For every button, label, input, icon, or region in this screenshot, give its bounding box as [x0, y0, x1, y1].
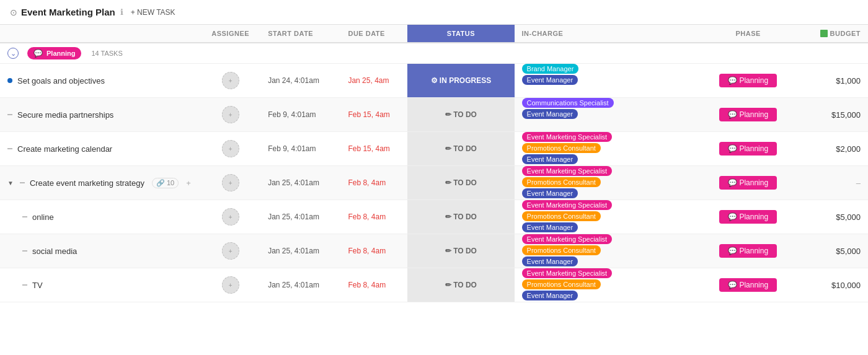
col-header-budget: BUDGET [808, 25, 868, 43]
task-dash [20, 182, 25, 183]
incharge-cell: Event Marketing SpecialistPromotions Con… [515, 132, 688, 165]
table-row: social media+Jan 25, 4:01amFeb 8, 4am✏ T… [0, 234, 868, 268]
status-cell[interactable]: ✏ TO DO [407, 200, 514, 234]
task-count: 14 TASKS [91, 50, 122, 57]
collapse-icon[interactable]: ⊙ [10, 7, 17, 17]
avatar[interactable]: + [222, 106, 239, 123]
avatar[interactable]: + [222, 174, 239, 191]
status-cell[interactable]: ✏ TO DO [407, 268, 514, 302]
status-cell[interactable]: ✏ TO DO [407, 234, 514, 268]
incharge-tag: Event Manager [522, 154, 578, 164]
incharge-cell: Event Marketing SpecialistPromotions Con… [515, 200, 688, 234]
task-name-label: social media [32, 247, 77, 256]
phase-badge: 💬 Planning [719, 244, 777, 258]
table-row: online+Jan 25, 4:01amFeb 8, 4am✏ TO DOEv… [0, 200, 868, 234]
status-cell[interactable]: ✏ TO DO [407, 166, 514, 200]
status-cell[interactable]: ⚙ IN PROGRESS [407, 64, 514, 98]
phase-cell: 💬 Planning [688, 98, 808, 132]
incharge-cell: Communications SpecialistEvent Manager [515, 98, 688, 131]
incharge-tag: Promotions Consultant [522, 143, 601, 153]
task-name-label: Create event marketing strategy [30, 178, 144, 188]
phase-cell: 💬 Planning [688, 234, 808, 268]
start-date-cell: Jan 25, 4:01am [260, 166, 340, 200]
task-name-label: Secure media partnerships [17, 110, 113, 120]
budget-cell: $1,000 [808, 64, 868, 98]
incharge-tag: Event Marketing Specialist [522, 200, 613, 210]
task-dash [22, 216, 27, 217]
col-header-due: DUE DATE [340, 25, 407, 43]
due-date-cell: Feb 15, 4am [340, 98, 407, 132]
assignee-cell: + [200, 132, 260, 166]
incharge-cell: Event Marketing SpecialistPromotions Con… [515, 166, 688, 199]
budget-cell: $5,000 [808, 200, 868, 234]
phase-cell: 💬 Planning [688, 268, 808, 302]
phase-cell: 💬 Planning [688, 64, 808, 98]
task-name-cell-row2: Secure media partnerships [0, 98, 200, 132]
phase-badge: 💬 Planning [719, 176, 777, 190]
incharge-tag: Communications Specialist [522, 98, 614, 108]
status-badge-todo: ✏ TO DO [439, 278, 483, 292]
col-header-task [0, 25, 200, 43]
task-name-label: TV [32, 281, 43, 290]
task-dash [7, 148, 12, 149]
budget-icon [820, 30, 828, 37]
col-header-incharge: IN-CHARGE [515, 25, 688, 43]
due-date-cell: Feb 8, 4am [340, 234, 407, 268]
table-row: ▼Create event marketing strategy🔗 10++Ja… [0, 166, 868, 200]
incharge-tag: Event Marketing Specialist [522, 132, 613, 142]
col-header-phase: PHASE [688, 25, 808, 43]
status-badge-todo: ✏ TO DO [439, 244, 483, 258]
section-collapse-icon[interactable]: ⌄ [7, 48, 19, 59]
assignee-cell: + [200, 268, 260, 302]
info-icon[interactable]: ℹ [120, 7, 123, 17]
status-cell[interactable]: ✏ TO DO [407, 132, 514, 166]
section-header-row: ⌄ 💬 Planning 14 TASKS [0, 43, 868, 64]
incharge-tag: Event Manager [522, 188, 578, 198]
incharge-tag: Promotions Consultant [522, 177, 601, 187]
phase-badge: 💬 Planning [719, 210, 777, 224]
due-date-cell: Feb 8, 4am [340, 268, 407, 302]
task-name-cell-row3: Create marketing calendar [0, 132, 200, 166]
task-name-cell-row4: ▼Create event marketing strategy🔗 10+ [0, 166, 200, 200]
due-date-cell: Jan 25, 4am [340, 64, 407, 98]
start-date-cell: Jan 24, 4:01am [260, 64, 340, 98]
status-badge-todo: ✏ TO DO [439, 210, 483, 224]
expand-icon[interactable]: ▼ [7, 180, 14, 186]
phase-badge: 💬 Planning [719, 108, 777, 121]
avatar[interactable]: + [222, 208, 239, 226]
start-date-cell: Feb 9, 4:01am [260, 98, 340, 132]
table-row: Secure media partnerships+Feb 9, 4:01amF… [0, 98, 868, 132]
assignee-cell: + [200, 98, 260, 132]
chat-icon: 💬 [33, 49, 43, 58]
incharge-tag: Event Marketing Specialist [522, 234, 613, 244]
incharge-tag: Promotions Consultant [522, 245, 601, 255]
avatar[interactable]: + [222, 72, 239, 89]
start-date-cell: Jan 25, 4:01am [260, 268, 340, 302]
avatar[interactable]: + [222, 242, 239, 260]
task-dash [22, 284, 27, 286]
table-container: ASSIGNEE START DATE DUE DATE STATUS IN-C… [0, 25, 868, 302]
new-task-button[interactable]: + NEW TASK [131, 8, 175, 17]
assignee-cell: + [200, 200, 260, 234]
due-date-cell: Feb 15, 4am [340, 132, 407, 166]
col-header-status: STATUS [407, 25, 514, 43]
add-subtask-button[interactable]: + [186, 178, 191, 188]
phase-cell: 💬 Planning [688, 132, 808, 166]
budget-cell: $15,000 [808, 98, 868, 132]
task-dash [22, 250, 27, 252]
incharge-cell: Event Marketing SpecialistPromotions Con… [515, 234, 688, 268]
task-dash [7, 114, 12, 115]
budget-cell: $2,000 [808, 132, 868, 166]
task-name-cell-row1: Set goals and objectives [0, 64, 200, 98]
avatar[interactable]: + [222, 140, 239, 157]
status-cell[interactable]: ✏ TO DO [407, 98, 514, 132]
phase-badge: 💬 Planning [719, 74, 777, 87]
col-header-start: START DATE [260, 25, 340, 43]
incharge-tag: Event Marketing Specialist [522, 166, 613, 176]
table-row: Set goals and objectives+Jan 24, 4:01amJ… [0, 64, 868, 98]
incharge-tag: Event Manager [522, 109, 578, 119]
incharge-tag: Promotions Consultant [522, 211, 601, 221]
budget-cell: – [808, 166, 868, 200]
phase-cell: 💬 Planning [688, 166, 808, 200]
avatar[interactable]: + [222, 276, 239, 294]
